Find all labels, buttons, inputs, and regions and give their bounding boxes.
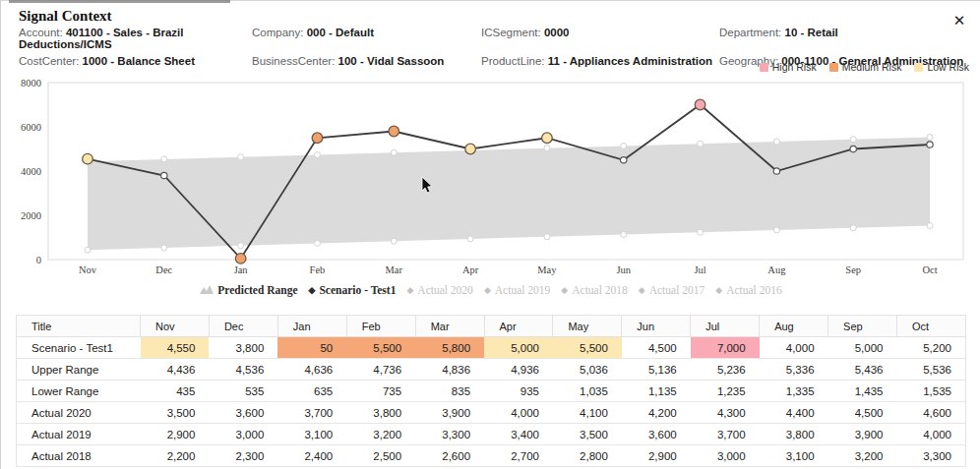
risk-legend-medium: Medium Risk — [829, 61, 902, 73]
data-point-Nov[interactable] — [83, 153, 93, 164]
table-column-header-jun: Jun — [622, 316, 691, 337]
band-edge-point — [544, 146, 550, 151]
x-axis-tick-label: Oct — [922, 264, 937, 275]
table-cell-may: 5,036 — [553, 359, 622, 381]
chart-legend-item-actual-2018[interactable]: ◆Actual 2018 — [561, 284, 627, 296]
table-cell-may: 5,500 — [553, 337, 622, 359]
table-cell-nov: 4,436 — [141, 359, 210, 381]
table-cell-aug: 5,336 — [760, 359, 828, 381]
table-cell-may: 4,100 — [553, 402, 622, 424]
table-row-actual-2019: Actual 20192,9003,0003,1003,2003,3003,40… — [17, 424, 966, 445]
table-column-header-jul: Jul — [691, 316, 760, 337]
line-series-icon: ◆ — [406, 286, 413, 295]
data-point-Apr[interactable] — [465, 144, 476, 154]
table-cell-jul: 3,000 — [691, 445, 760, 467]
x-axis-tick-label: Jun — [616, 264, 631, 275]
table-cell-jul: 5,236 — [691, 359, 760, 381]
table-cell-jun: 3,600 — [622, 424, 691, 445]
band-edge-point — [621, 143, 627, 148]
data-point-Jun[interactable] — [621, 157, 627, 163]
x-axis-tick-label: Feb — [310, 264, 326, 275]
x-axis-tick-label: Sep — [845, 264, 861, 275]
table-cell-jun: 4,200 — [622, 402, 691, 424]
table-column-header-apr: Apr — [484, 316, 553, 337]
data-point-Aug[interactable] — [773, 168, 779, 174]
data-point-Oct[interactable] — [927, 142, 933, 147]
band-edge-point — [544, 234, 550, 240]
risk-legend-high: High Risk — [760, 61, 817, 73]
table-column-header-mar: Mar — [415, 316, 484, 337]
table-cell-apr: 4,000 — [484, 402, 553, 424]
table-cell-jan: 50 — [277, 337, 346, 359]
table-cell-apr: 4,936 — [484, 359, 553, 381]
table-cell-dec: 3,600 — [209, 402, 277, 424]
risk-legend: High Risk Medium Risk Low Risk — [760, 61, 969, 73]
band-edge-point — [391, 149, 397, 155]
table-cell-apr: 5,000 — [484, 337, 553, 359]
chart-legend-label: Actual 2018 — [572, 284, 628, 296]
table-cell-jan: 4,636 — [277, 359, 346, 381]
table-cell-feb: 4,736 — [346, 359, 415, 381]
band-edge-point — [161, 156, 167, 162]
data-point-Jan[interactable] — [235, 254, 246, 264]
table-row-upper-range: Upper Range4,4364,5364,6364,7364,8364,93… — [17, 359, 966, 381]
chart-legend-item-actual-2016[interactable]: ◆Actual 2016 — [715, 284, 781, 296]
signal-chart[interactable]: 02000400060008000NovDecJanFebMarAprMayJu… — [1, 79, 980, 283]
area-series-icon — [200, 284, 214, 296]
chart-legend-item-actual-2019[interactable]: ◆Actual 2019 — [484, 284, 550, 296]
table-cell-sep: 1,435 — [828, 381, 897, 402]
table-cell-oct: 5,536 — [896, 359, 965, 381]
data-point-Dec[interactable] — [161, 172, 167, 178]
table-cell-dec: 3,800 — [209, 337, 277, 359]
chart-legend-item-predicted-range[interactable]: Predicted Range — [200, 284, 297, 296]
chart-legend-label: Actual 2017 — [649, 284, 705, 296]
table-cell-dec: 3,000 — [209, 424, 277, 445]
chart-legend: Predicted Range◆Scenario - Test1◆Actual … — [1, 284, 980, 296]
context-field-productline: ProductLine: 11 - Appliances Administrat… — [481, 55, 719, 67]
chart-legend-label: Actual 2016 — [726, 284, 782, 296]
x-axis-tick-label: Jul — [694, 264, 705, 275]
x-axis-tick-label: May — [537, 264, 557, 275]
medium-risk-swatch-icon — [829, 63, 838, 72]
data-point-Jul[interactable] — [695, 99, 705, 110]
table-column-header-may: May — [553, 316, 622, 337]
chart-legend-item-actual-2017[interactable]: ◆Actual 2017 — [639, 284, 704, 296]
y-axis-tick-label: 8000 — [21, 79, 41, 88]
table-cell-mar: 4,836 — [415, 359, 484, 381]
chart-legend-label: Actual 2019 — [495, 284, 551, 296]
table-cell-feb: 3,200 — [346, 424, 415, 445]
table-cell-feb: 5,500 — [346, 337, 415, 359]
table-cell-mar: 835 — [415, 381, 484, 402]
chart-legend-item-actual-2020[interactable]: ◆Actual 2020 — [406, 284, 472, 296]
table-row-actual-2018: Actual 20182,2002,3002,4002,5002,6002,70… — [17, 445, 966, 467]
context-field-company: Company: 000 - Default — [252, 27, 481, 50]
table-cell-jul: 3,700 — [691, 424, 760, 445]
band-edge-point — [927, 134, 933, 140]
table-cell-oct: 3,300 — [896, 445, 965, 467]
data-point-May[interactable] — [542, 133, 553, 144]
signal-context-panel: Signal Context ✕ Account: 401100 - Sales… — [0, 0, 980, 469]
table-cell-jul: 1,235 — [691, 381, 760, 402]
data-point-Sep[interactable] — [850, 146, 856, 151]
chart-legend-item-scenario-test1[interactable]: ◆Scenario - Test1 — [309, 284, 397, 296]
table-cell-apr: 3,400 — [484, 424, 553, 445]
table-cell-may: 1,035 — [553, 381, 622, 402]
signal-chart-area: 02000400060008000NovDecJanFebMarAprMayJu… — [1, 79, 980, 283]
table-cell-jun: 4,500 — [622, 337, 691, 359]
low-risk-swatch-icon — [914, 63, 923, 72]
y-axis-tick-label: 0 — [36, 255, 41, 265]
x-axis-tick-label: Apr — [462, 264, 479, 275]
chart-legend-label: Scenario - Test1 — [319, 284, 396, 296]
table-cell-jun: 1,135 — [622, 381, 691, 402]
table-cell-mar: 3,900 — [415, 402, 484, 424]
table-cell-jan: 3,700 — [277, 402, 346, 424]
band-edge-point — [621, 231, 627, 237]
table-cell-apr: 2,700 — [484, 445, 553, 467]
line-series-icon: ◆ — [715, 286, 722, 295]
data-point-Mar[interactable] — [389, 126, 399, 137]
table-cell-jan: 3,100 — [277, 424, 346, 445]
band-edge-point — [850, 137, 856, 143]
data-point-Feb[interactable] — [312, 133, 323, 144]
x-axis-tick-label: Dec — [155, 264, 172, 275]
table-cell-may: 2,800 — [553, 445, 622, 467]
